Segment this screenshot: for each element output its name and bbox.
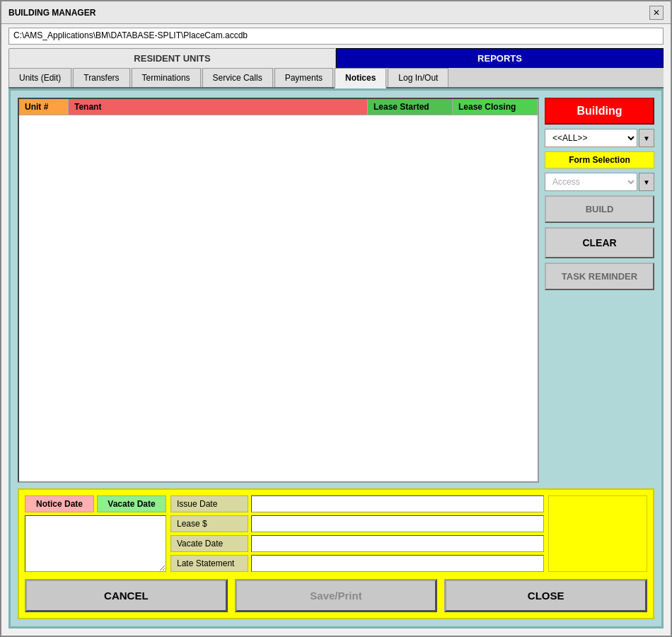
vacate-date-field-input[interactable]: [251, 535, 544, 552]
vacate-date-label: Vacate Date: [97, 495, 166, 512]
late-statement-row: Late Statement: [170, 555, 544, 572]
form-row-top: Notice Date Vacate Date Issue Date Lease…: [25, 495, 647, 572]
tab-service-calls[interactable]: Service Calls: [202, 68, 273, 87]
issue-date-input[interactable]: [251, 495, 544, 512]
cancel-button[interactable]: CANCEL: [25, 579, 228, 612]
nav-tabs: RESIDENT UNITS REPORTS: [8, 48, 664, 68]
access-dropdown-arrow[interactable]: ▼: [639, 173, 654, 191]
access-select[interactable]: Access: [545, 173, 637, 191]
issue-date-row: Issue Date: [170, 495, 544, 512]
lease-dollar-label: Lease $: [170, 515, 248, 532]
window-close-button[interactable]: ✕: [649, 6, 664, 20]
list-area: Unit # Tenant Lease Started Lease Closin…: [18, 98, 539, 483]
building-dropdown-arrow[interactable]: ▼: [639, 129, 654, 147]
extra-col: [548, 495, 647, 572]
vacate-date-field-row: Vacate Date: [170, 535, 544, 552]
date-labels: Notice Date Vacate Date: [25, 495, 166, 512]
tab-terminations[interactable]: Terminations: [132, 68, 201, 87]
form-selection-label: Form Selection: [545, 151, 654, 168]
tab-notices[interactable]: Notices: [335, 68, 386, 88]
issue-date-label: Issue Date: [170, 495, 248, 512]
button-row: CANCEL Save/Print CLOSE: [25, 576, 647, 612]
vacate-date-field-label: Vacate Date: [170, 535, 248, 552]
window-title: BUILDING MANAGER: [8, 8, 95, 18]
fields-col: Issue Date Lease $ Vacate Date Late Stat…: [170, 495, 544, 572]
col-header-lease-started: Lease Started: [368, 99, 453, 115]
late-statement-label: Late Statement: [170, 555, 248, 572]
tab-units-edit[interactable]: Units (Edit): [8, 68, 71, 87]
lease-dollar-row: Lease $: [170, 515, 544, 532]
nav-tab-resident-units[interactable]: RESIDENT UNITS: [8, 48, 336, 68]
nav-tab-reports[interactable]: REPORTS: [336, 48, 664, 68]
clear-button[interactable]: CLEAR: [545, 227, 654, 258]
late-statement-input[interactable]: [251, 555, 544, 572]
lease-dollar-input[interactable]: [251, 515, 544, 532]
building-dropdown-row: <<ALL>> ▼: [545, 129, 654, 147]
tab-log-in-out[interactable]: Log In/Out: [388, 68, 448, 87]
access-dropdown-row: Access ▼: [545, 173, 654, 191]
tab-strip: Units (Edit) Transfers Terminations Serv…: [8, 68, 664, 88]
col-header-lease-closing: Lease Closing: [453, 99, 538, 115]
notice-vacate-textarea[interactable]: [25, 515, 166, 572]
task-reminder-button[interactable]: TASK REMINDER: [545, 263, 654, 290]
tab-transfers[interactable]: Transfers: [73, 68, 129, 87]
tab-payments[interactable]: Payments: [274, 68, 333, 87]
main-window: BUILDING MANAGER ✕ C:\AMS_Applications\B…: [0, 0, 672, 637]
building-select[interactable]: <<ALL>>: [545, 129, 637, 147]
notice-date-label: Notice Date: [25, 495, 94, 512]
path-bar: C:\AMS_Applications\BM\DATABASE-SPLIT\Pl…: [8, 28, 664, 45]
list-body[interactable]: [19, 115, 538, 481]
right-panel: Building <<ALL>> ▼ Form Selection Access…: [545, 98, 654, 483]
close-icon: ✕: [653, 8, 660, 18]
top-panel: Unit # Tenant Lease Started Lease Closin…: [18, 98, 654, 483]
bottom-panel: Notice Date Vacate Date Issue Date Lease…: [18, 488, 654, 619]
list-header: Unit # Tenant Lease Started Lease Closin…: [19, 99, 538, 115]
extra-textarea[interactable]: [549, 496, 647, 571]
col-header-tenant: Tenant: [69, 99, 368, 115]
build-button[interactable]: BUILD: [545, 195, 654, 223]
save-print-button[interactable]: Save/Print: [235, 579, 438, 612]
close-button[interactable]: CLOSE: [444, 579, 647, 612]
title-bar: BUILDING MANAGER ✕: [1, 1, 671, 24]
col-header-unit: Unit #: [19, 99, 69, 115]
building-button[interactable]: Building: [545, 98, 654, 125]
date-col: Notice Date Vacate Date: [25, 495, 166, 572]
main-content: Unit # Tenant Lease Started Lease Closin…: [8, 88, 664, 629]
